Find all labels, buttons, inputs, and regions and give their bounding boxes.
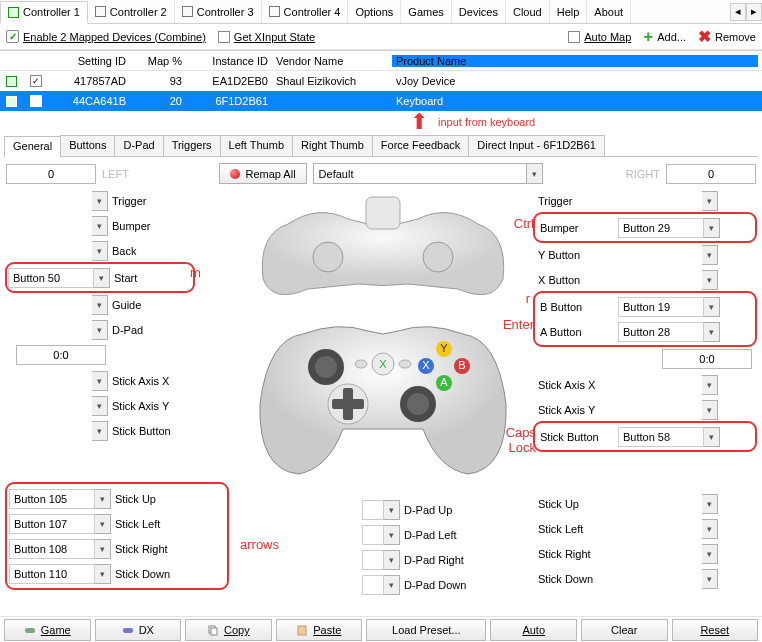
chevron-down-icon[interactable]: [704, 322, 720, 342]
mapping-value[interactable]: [6, 241, 92, 261]
auto-map-checkbox[interactable]: Auto Map: [568, 31, 631, 43]
mapping-value[interactable]: [616, 494, 702, 514]
chevron-down-icon[interactable]: [704, 297, 720, 317]
chevron-down-icon[interactable]: [702, 245, 718, 265]
tab-devices[interactable]: Devices: [452, 0, 506, 23]
mapping-value[interactable]: [6, 371, 92, 391]
chevron-down-icon[interactable]: [95, 514, 111, 534]
mapping-value[interactable]: Button 29: [618, 218, 704, 238]
tab-games[interactable]: Games: [401, 0, 451, 23]
grid-row[interactable]: 417857AD 93 EA1D2EB0 Shaul Eizikovich vJ…: [0, 71, 762, 91]
mapping-value[interactable]: Button 19: [618, 297, 704, 317]
tab-controller-3[interactable]: Controller 3: [175, 0, 262, 23]
mapping-label: D-Pad: [108, 324, 190, 336]
dpad-value[interactable]: [362, 525, 384, 545]
dpad-value[interactable]: [362, 550, 384, 570]
mapping-value[interactable]: [6, 216, 92, 236]
tab-controller-4[interactable]: Controller 4: [262, 0, 349, 23]
tab-general[interactable]: General: [4, 136, 61, 157]
chevron-down-icon[interactable]: [92, 421, 108, 441]
get-xinput-checkbox[interactable]: Get XInput State: [218, 31, 315, 43]
preset-select[interactable]: Default: [313, 163, 543, 184]
mapping-value[interactable]: [616, 544, 702, 564]
mapping-value[interactable]: [616, 569, 702, 589]
chevron-down-icon[interactable]: [95, 539, 111, 559]
tab-force-feedback[interactable]: Force Feedback: [372, 135, 469, 156]
chevron-down-icon[interactable]: [384, 575, 400, 595]
chevron-down-icon[interactable]: [94, 268, 110, 288]
tab-direct-input[interactable]: Direct Input - 6F1D2B61: [468, 135, 605, 156]
clear-button[interactable]: Clear: [581, 619, 668, 641]
mapping-value[interactable]: [616, 400, 702, 420]
row-checkbox[interactable]: [30, 95, 42, 107]
chevron-down-icon[interactable]: [704, 427, 720, 447]
dpad-value[interactable]: [362, 575, 384, 595]
chevron-down-icon[interactable]: [92, 320, 108, 340]
reset-button[interactable]: Reset: [672, 619, 759, 641]
chevron-down-icon[interactable]: [92, 191, 108, 211]
chevron-down-icon[interactable]: [702, 191, 718, 211]
mapping-value[interactable]: [616, 245, 702, 265]
chevron-down-icon[interactable]: [92, 396, 108, 416]
mapping-value[interactable]: [6, 191, 92, 211]
chevron-down-icon[interactable]: [384, 500, 400, 520]
dx-button[interactable]: DX: [95, 619, 182, 641]
tab-left-thumb[interactable]: Left Thumb: [220, 135, 293, 156]
copy-button[interactable]: Copy: [185, 619, 272, 641]
load-preset-button[interactable]: Load Preset...: [366, 619, 486, 641]
remap-all-button[interactable]: Remap All: [219, 163, 306, 184]
chevron-down-icon[interactable]: [702, 494, 718, 514]
tab-controller-1[interactable]: Controller 1: [0, 1, 88, 24]
chevron-down-icon[interactable]: [702, 375, 718, 395]
paste-button[interactable]: Paste: [276, 619, 363, 641]
chevron-down-icon[interactable]: [704, 218, 720, 238]
mapping-value[interactable]: [6, 396, 92, 416]
chevron-down-icon[interactable]: [384, 550, 400, 570]
mapping-value[interactable]: Button 110: [9, 564, 95, 584]
chevron-down-icon[interactable]: [702, 400, 718, 420]
enable-mapped-checkbox[interactable]: Enable 2 Mapped Devices (Combine): [6, 30, 206, 43]
mapping-value[interactable]: Button 28: [618, 322, 704, 342]
mapping-value[interactable]: Button 105: [9, 489, 95, 509]
chevron-down-icon[interactable]: [702, 519, 718, 539]
chevron-down-icon[interactable]: [92, 295, 108, 315]
mapping-value[interactable]: [6, 320, 92, 340]
row-checkbox[interactable]: [30, 75, 42, 87]
tab-buttons[interactable]: Buttons: [60, 135, 115, 156]
chevron-down-icon[interactable]: [92, 371, 108, 391]
chevron-down-icon[interactable]: [95, 489, 111, 509]
tab-triggers[interactable]: Triggers: [163, 135, 221, 156]
game-button[interactable]: Game: [4, 619, 91, 641]
auto-button[interactable]: Auto: [490, 619, 577, 641]
mapping-value[interactable]: [6, 295, 92, 315]
tab-help[interactable]: Help: [550, 0, 588, 23]
chevron-down-icon[interactable]: [384, 525, 400, 545]
tab-options[interactable]: Options: [348, 0, 401, 23]
tab-dpad[interactable]: D-Pad: [114, 135, 163, 156]
chevron-down-icon[interactable]: [92, 241, 108, 261]
mapping-value[interactable]: Button 50: [8, 268, 94, 288]
remove-button[interactable]: ✖Remove: [698, 31, 756, 43]
tab-cloud[interactable]: Cloud: [506, 0, 550, 23]
mapping-value[interactable]: Button 107: [9, 514, 95, 534]
mapping-value[interactable]: [616, 375, 702, 395]
tab-right-thumb[interactable]: Right Thumb: [292, 135, 373, 156]
grid-row[interactable]: 44CA641B 20 6F1D2B61 Keyboard: [0, 91, 762, 111]
mapping-value[interactable]: Button 58: [618, 427, 704, 447]
dpad-value[interactable]: [362, 500, 384, 520]
add-button[interactable]: +Add...: [643, 31, 686, 43]
tab-about[interactable]: About: [587, 0, 631, 23]
chevron-down-icon[interactable]: [95, 564, 111, 584]
scroll-tabs-right[interactable]: ▸: [746, 3, 762, 21]
chevron-down-icon[interactable]: [92, 216, 108, 236]
mapping-value[interactable]: [616, 191, 702, 211]
mapping-value[interactable]: [616, 270, 702, 290]
mapping-value[interactable]: Button 108: [9, 539, 95, 559]
mapping-value[interactable]: [616, 519, 702, 539]
tab-controller-2[interactable]: Controller 2: [88, 0, 175, 23]
chevron-down-icon[interactable]: [702, 569, 718, 589]
mapping-value[interactable]: [6, 421, 92, 441]
scroll-tabs-left[interactable]: ◂: [730, 3, 746, 21]
chevron-down-icon[interactable]: [702, 270, 718, 290]
chevron-down-icon[interactable]: [702, 544, 718, 564]
